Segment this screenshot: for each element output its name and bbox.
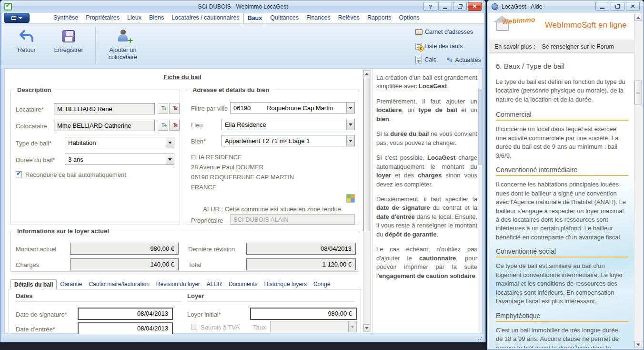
help-close-button[interactable]: ✕ (626, 2, 640, 11)
scroll-down-icon[interactable] (363, 324, 370, 331)
detail-tab-historique-loyers[interactable]: Historique loyers (261, 279, 310, 289)
help-section-heading-conventionne-social: Conventionné social (496, 247, 628, 257)
adresse-legend: Adresse et détails du bien (190, 86, 272, 93)
colocataire-field[interactable]: Mme BELLIARD Catherine (54, 120, 155, 131)
ribbon-tab-locataires-cautionnaires[interactable]: Locataires / cautionnaires (168, 13, 243, 23)
help-panel: La création d'un bail est grandement sim… (376, 73, 477, 287)
help-paragraph: Premièrement, il faut ajouter un locatai… (376, 97, 477, 124)
map-icon[interactable] (346, 194, 355, 203)
toolbar-separator (95, 27, 96, 64)
reconduire-label: Reconduire ce bail automatiquement (25, 171, 126, 178)
ribbon-tab-releves[interactable]: Relèves (334, 13, 363, 23)
chevron-down-icon (166, 154, 174, 165)
locataire-remove-button[interactable]: T✕ (169, 103, 180, 114)
description-legend: Description (15, 86, 54, 93)
help-section-heading-emphyteotique: Emphytéotique (496, 312, 628, 322)
colocataire-add-button[interactable]: T+ (158, 120, 168, 131)
help-minimize-button[interactable] (595, 2, 609, 11)
ribbon-tab-baux[interactable]: Baux (243, 13, 267, 23)
lieu-select[interactable]: Elia Résidence (221, 119, 355, 130)
locataire-label: Locataire* (16, 106, 44, 113)
app-menu-button[interactable] (4, 13, 30, 23)
adresse-groupbox: Adresse et détails du bien Filtre par vi… (186, 90, 359, 225)
date-signature-field[interactable]: 08/04/2013 (78, 308, 173, 320)
detail-tab-conge[interactable]: Congé (310, 279, 333, 289)
ribbon-tab-rapports[interactable]: Rapports (363, 13, 395, 23)
detail-tab-garantie[interactable]: Garantie (57, 279, 85, 289)
tva-label: Soumis à TVA (201, 324, 240, 331)
help-info-bar: En savoir plus : Se renseigner sur le Fo… (489, 41, 634, 53)
detail-tab-details-du-bail[interactable]: Détails du bail (10, 279, 57, 289)
scrollbar-thumb[interactable] (363, 78, 370, 231)
montant-actuel-label: Montant actuel (16, 246, 56, 253)
help-panel-scrollbar[interactable] (478, 70, 482, 332)
detail-tab-documents[interactable]: Documents (225, 279, 261, 289)
locataire-field[interactable]: M. BELLIARD René (54, 103, 155, 114)
ribbon-tab-lieux[interactable]: Lieux (123, 13, 145, 23)
loyer-initial-field[interactable]: 980,00 € (250, 308, 357, 320)
forum-link[interactable]: Se renseigner sur le Forum (542, 43, 614, 50)
lieu-label: Lieu (191, 122, 203, 129)
charges-field: 140,00 € (70, 258, 179, 270)
calculator-button[interactable]: Calc. (415, 56, 438, 63)
restore-button[interactable] (453, 2, 467, 11)
detail-tab-revision-du-loyer[interactable]: Révision du loyer (153, 279, 203, 289)
ribbon-tab-quittances[interactable]: Quittances (266, 13, 302, 23)
date-entree-field[interactable]: 08/04/2013 (78, 322, 173, 335)
scroll-up-icon[interactable] (634, 14, 642, 21)
back-button[interactable]: Retour (10, 28, 44, 54)
detail-tab-cautionnaire-facturation[interactable]: Cautionnaire/facturation (85, 279, 152, 289)
alur-link[interactable]: ALUR : Cette commune est située en zone … (196, 206, 350, 213)
more-label: En savoir plus : (494, 43, 535, 50)
bien-select[interactable]: Appartement T2 71 m² Etage 1 (221, 135, 355, 146)
description-groupbox: Description Locataire* M. BELLIARD René … (10, 90, 180, 225)
main-titlebar[interactable]: SCI DUBOIS - WebImmo LocaGest (0, 0, 485, 13)
help-scrollbar[interactable] (634, 14, 642, 348)
save-button[interactable]: Enregistrer (49, 28, 89, 54)
price-list-button[interactable]: Liste des tarifs (415, 43, 463, 50)
scrollbar-thumb[interactable] (634, 81, 642, 104)
chevron-down-icon (346, 103, 354, 113)
resize-grip[interactable] (478, 336, 483, 340)
form-scrollbar[interactable] (363, 70, 371, 332)
minimize-icon (443, 8, 447, 9)
address-book-icon (415, 29, 423, 35)
ribbon-tab-row: SynthèsePropriétairesLieuxBiensLocataire… (2, 13, 484, 23)
colocataire-remove-button[interactable]: T✕ (169, 120, 180, 131)
scroll-up-icon[interactable] (363, 70, 370, 77)
ribbon-tab-synthese[interactable]: Synthèse (50, 13, 82, 23)
tva-checkbox (191, 324, 197, 330)
duree-bail-select[interactable]: 3 ans (65, 154, 174, 165)
scroll-down-icon[interactable] (634, 341, 642, 348)
content-panel: Fiche du bail Description Locataire* M. … (4, 68, 483, 333)
taux-label: Taux (253, 324, 266, 331)
derniere-revision-label: Dernière révision (188, 246, 235, 253)
close-button[interactable]: ✕ (468, 2, 482, 11)
help-section-text: Il concerne les habitations principales … (496, 180, 628, 242)
type-bail-select[interactable]: Habitation (65, 137, 174, 148)
webimmo-logo: WebImmo (493, 16, 543, 38)
ribbon-tab-proprietaires[interactable]: Propriétaires (82, 13, 123, 23)
reconduire-checkbox[interactable] (16, 171, 22, 177)
date-entree-label: Date d'entrée* (16, 326, 55, 333)
detail-tab-alur[interactable]: ALUR (203, 279, 225, 289)
help-section-text: Il concerne un local dans lequel est exe… (496, 125, 628, 160)
scrollbar-thumb[interactable] (478, 89, 482, 165)
help-content: 6. Baux / Type de bail Le type du bail e… (489, 53, 634, 348)
ribbon-tab-options[interactable]: Options (395, 13, 423, 23)
ribbon-tab-biens[interactable]: Biens (145, 13, 168, 23)
toolbar: Retour Enregistrer + Ajouter un colocata… (2, 23, 484, 67)
help-section-text: Ce type de bail est similaire au bail d'… (496, 262, 628, 306)
colocataire-label: Colocataire (16, 123, 47, 130)
ribbon-tab-finances[interactable]: Finances (302, 13, 334, 23)
help-restore-button[interactable] (611, 2, 624, 11)
news-button[interactable]: ✎ Actualités (447, 56, 481, 64)
chevron-down-icon (346, 135, 354, 146)
filtre-ville-select[interactable]: 06190Roquebrune Cap Martin (230, 102, 355, 113)
panel-divider (372, 69, 373, 333)
add-cotenant-button[interactable]: + Ajouter un colocataire (99, 28, 147, 61)
address-book-button[interactable]: Carnet d'adresses (415, 29, 473, 35)
help-button[interactable]: ? (423, 2, 437, 11)
locataire-add-button[interactable]: T+ (158, 103, 168, 114)
minimize-button[interactable] (438, 2, 452, 11)
